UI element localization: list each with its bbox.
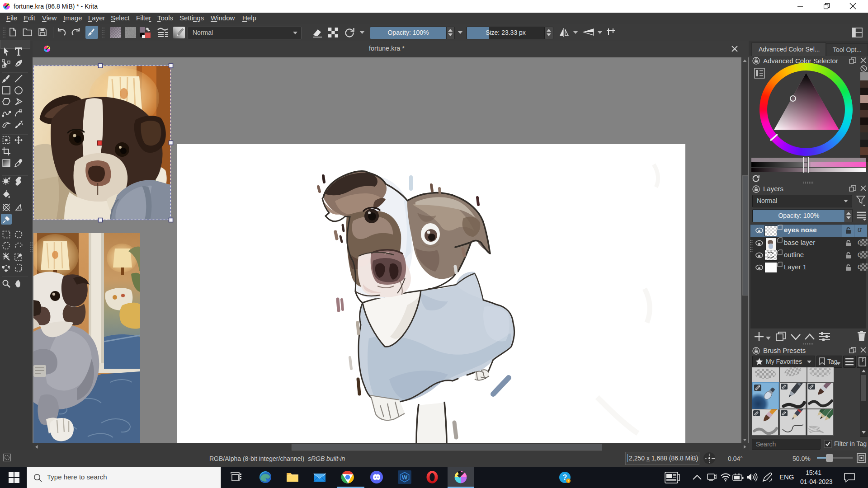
svg-text:!: ! xyxy=(568,479,569,483)
svg-text:W: W xyxy=(402,474,408,481)
